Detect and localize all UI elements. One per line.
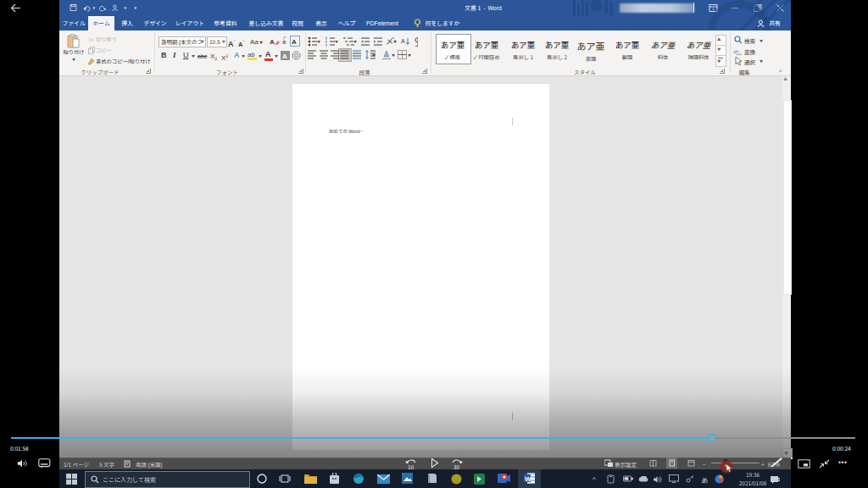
svg-text:ab: ab (733, 47, 739, 55)
svg-text:10: 10 (408, 463, 415, 470)
svg-text:W: W (525, 474, 531, 483)
svg-text:メ: メ (386, 36, 393, 47)
svg-text:30: 30 (453, 463, 460, 470)
svg-text:A: A (401, 36, 405, 45)
